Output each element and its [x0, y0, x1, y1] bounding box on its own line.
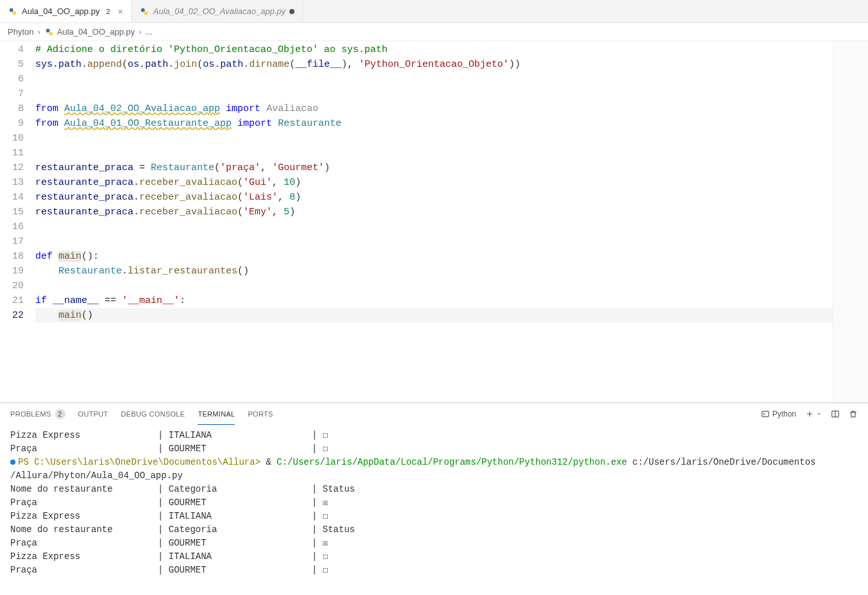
- terminal-row: Pizza Express| ITALIANA| ☐: [10, 429, 858, 442]
- code-line[interactable]: restaurante_praca.receber_avaliacao('Lai…: [35, 190, 833, 205]
- tab-terminal[interactable]: TERMINAL: [198, 403, 235, 425]
- tab-output[interactable]: OUTPUT: [78, 403, 108, 425]
- terminal-row: Nome do restaurante| Categoria| Status: [10, 523, 858, 537]
- panel-tab-label: OUTPUT: [78, 410, 108, 418]
- code-line[interactable]: [35, 234, 833, 249]
- code-line[interactable]: restaurante_praca.receber_avaliacao('Emy…: [35, 205, 833, 220]
- chevron-right-icon: ›: [139, 27, 141, 37]
- line-number: 12: [0, 160, 24, 175]
- panel-tab-label: PORTS: [248, 410, 273, 418]
- svg-point-1: [12, 11, 16, 15]
- kill-terminal-button[interactable]: [849, 410, 858, 418]
- breadcrumb-item[interactable]: Aula_04_OO_app.py: [57, 27, 135, 37]
- code-line[interactable]: [35, 87, 833, 101]
- line-number: 19: [0, 264, 24, 279]
- terminal-row: Praça| GOURMET| ☐: [10, 442, 858, 456]
- new-terminal-button[interactable]: [805, 410, 822, 418]
- line-number: 18: [0, 249, 24, 264]
- plus-icon: [805, 410, 814, 418]
- tab-badge: 2: [103, 8, 112, 15]
- launch-profile-selector[interactable]: Python: [761, 410, 796, 418]
- problems-count-badge: 2: [55, 409, 65, 419]
- line-number: 16: [0, 220, 24, 234]
- editor-tab-label: Aula_04_OO_app.py: [22, 6, 99, 16]
- terminal-row: Praça| GOURMET| ☒: [10, 496, 858, 510]
- python-file-icon: [44, 27, 55, 37]
- code-line[interactable]: restaurante_praca = Restaurante('praça',…: [35, 160, 833, 175]
- svg-point-4: [46, 28, 50, 32]
- code-line[interactable]: # Adicione o diretório 'Python_Orientaca…: [35, 42, 833, 57]
- line-number: 11: [0, 146, 24, 160]
- python-file-icon: [139, 6, 149, 17]
- python-file-icon: [8, 6, 18, 17]
- panel-tab-label: TERMINAL: [198, 410, 235, 418]
- svg-point-3: [144, 11, 148, 15]
- line-number: 4: [0, 42, 24, 57]
- line-number: 10: [0, 131, 24, 146]
- code-line[interactable]: restaurante_praca.receber_avaliacao('Gui…: [35, 175, 833, 190]
- line-number: 20: [0, 279, 24, 293]
- line-number: 15: [0, 205, 24, 220]
- prompt-indicator-icon: [10, 460, 15, 465]
- tab-problems[interactable]: PROBLEMS 2: [10, 403, 65, 425]
- svg-point-2: [141, 8, 145, 12]
- terminal-row: Pizza Express| ITALIANA| ☐: [10, 550, 858, 564]
- panel-tab-label: DEBUG CONSOLE: [121, 410, 185, 418]
- line-number: 7: [0, 87, 24, 101]
- editor-tab-label: Aula_04_02_OO_Avaliacao_app.py: [153, 6, 285, 16]
- breadcrumb: Phyton › Aula_04_OO_app.py › ...: [0, 23, 868, 41]
- terminal-launch-icon: [761, 410, 770, 418]
- tab-ports[interactable]: PORTS: [248, 403, 273, 425]
- code-line[interactable]: [35, 279, 833, 293]
- line-number: 8: [0, 101, 24, 116]
- code-content[interactable]: # Adicione o diretório 'Python_Orientaca…: [35, 41, 833, 402]
- code-line[interactable]: main(): [35, 308, 833, 323]
- editor-tab-active[interactable]: Aula_04_OO_app.py 2 ×: [0, 0, 132, 22]
- close-icon[interactable]: ×: [118, 6, 123, 17]
- unsaved-indicator-icon: [289, 9, 294, 14]
- split-terminal-button[interactable]: [831, 410, 840, 418]
- terminal-prompt-line: PS C:\Users\laris\OneDrive\Documentos\Al…: [10, 456, 858, 469]
- breadcrumb-item[interactable]: ...: [146, 27, 153, 37]
- code-line[interactable]: [35, 72, 833, 87]
- editor-tab[interactable]: Aula_04_02_OO_Avaliacao_app.py: [132, 0, 303, 22]
- panel-tab-label: PROBLEMS: [10, 410, 51, 418]
- code-line[interactable]: sys.path.append(os.path.join(os.path.dir…: [35, 57, 833, 72]
- editor-tabs-bar: Aula_04_OO_app.py 2 × Aula_04_02_OO_Aval…: [0, 0, 868, 23]
- code-line[interactable]: from Aula_04_01_OO_Restaurante_app impor…: [35, 116, 833, 131]
- terminal-output[interactable]: Pizza Express| ITALIANA| ☐Praça| GOURMET…: [0, 425, 868, 595]
- code-line[interactable]: [35, 146, 833, 160]
- split-panel-icon: [831, 410, 840, 418]
- terminal-row: Praça| GOURMET| ☐: [10, 564, 858, 577]
- terminal-prompt-line: /Allura/Phyton/Aula_04_OO_app.py: [10, 469, 858, 483]
- line-number: 14: [0, 190, 24, 205]
- chevron-right-icon: ›: [37, 27, 40, 37]
- line-number: 5: [0, 57, 24, 72]
- code-line[interactable]: [35, 131, 833, 146]
- terminal-row: Nome do restaurante| Categoria| Status: [10, 483, 858, 496]
- terminal-row: Praça| GOURMET| ☒: [10, 537, 858, 550]
- chevron-down-icon: [817, 411, 822, 417]
- line-number: 9: [0, 116, 24, 131]
- code-line[interactable]: [35, 220, 833, 234]
- code-line[interactable]: def main():: [35, 249, 833, 264]
- code-line[interactable]: from Aula_04_02_OO_Avaliacao_app import …: [35, 101, 833, 116]
- code-editor[interactable]: 45678910111213141516171819202122 # Adici…: [0, 41, 868, 402]
- bottom-panel: PROBLEMS 2 OUTPUT DEBUG CONSOLE TERMINAL…: [0, 402, 868, 595]
- breadcrumb-item[interactable]: Phyton: [8, 27, 33, 37]
- code-line[interactable]: if __name__ == '__main__':: [35, 293, 833, 308]
- svg-point-5: [49, 31, 53, 35]
- terminal-row: Pizza Express| ITALIANA| ☐: [10, 510, 858, 523]
- trash-icon: [849, 410, 858, 418]
- line-number: 21: [0, 293, 24, 308]
- panel-tabs: PROBLEMS 2 OUTPUT DEBUG CONSOLE TERMINAL…: [0, 403, 868, 425]
- line-number-gutter: 45678910111213141516171819202122: [0, 41, 35, 402]
- svg-point-0: [10, 8, 13, 12]
- code-line[interactable]: Restaurante.listar_restaurantes(): [35, 264, 833, 279]
- minimap[interactable]: [833, 41, 868, 402]
- line-number: 6: [0, 72, 24, 87]
- svg-rect-6: [762, 411, 769, 417]
- line-number: 13: [0, 175, 24, 190]
- line-number: 22: [0, 308, 24, 323]
- tab-debug-console[interactable]: DEBUG CONSOLE: [121, 403, 185, 425]
